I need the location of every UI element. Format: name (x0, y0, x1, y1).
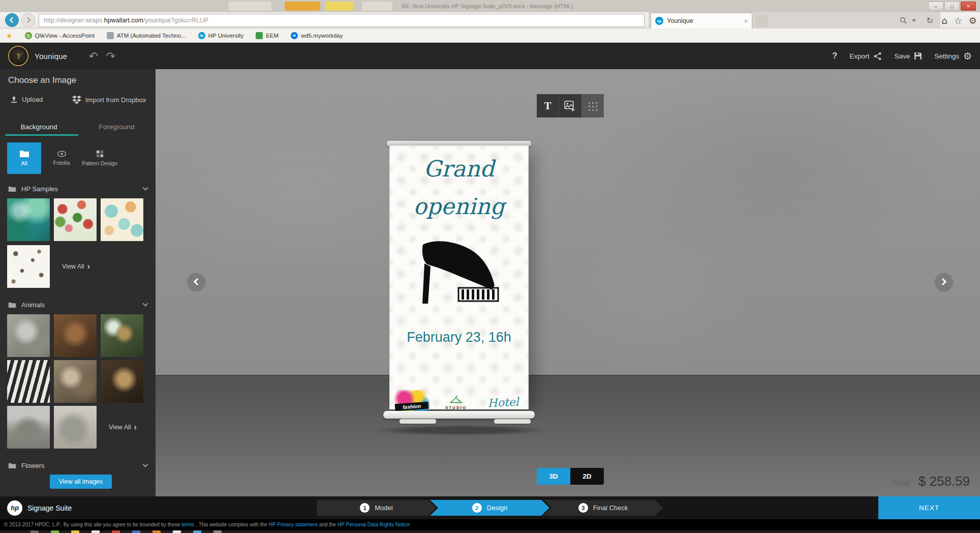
grid-tool-button[interactable] (581, 94, 604, 117)
tab-younique[interactable]: hp Younique × (651, 13, 752, 28)
help-button[interactable]: ? (832, 51, 837, 61)
undo-icon[interactable]: ↶ (88, 50, 98, 63)
favorite-workday[interactable]: w wd5.myworkday (291, 32, 343, 39)
upload-button[interactable]: Upload (10, 96, 43, 103)
section-animals[interactable]: Animals (0, 298, 156, 311)
favorite-label: QlikView - AccessPoint (35, 33, 95, 39)
thumbnail-koala[interactable] (7, 314, 50, 357)
image-tool-button[interactable] (559, 94, 581, 117)
favorite-atm[interactable]: ATM (Automated Techno... (107, 32, 186, 39)
minimize-button[interactable]: – (928, 2, 943, 11)
thumbnail-rhino[interactable] (7, 406, 50, 449)
url-domain: hpwallart.com (104, 17, 143, 24)
view-all-hp-samples[interactable]: View All › (62, 262, 90, 271)
taskbar-icon[interactable] (213, 530, 222, 533)
qlikview-icon: Q (25, 32, 32, 39)
thumbnail-zebra[interactable] (7, 360, 50, 403)
windows-taskbar[interactable] (0, 530, 980, 533)
banner-title-line1[interactable]: Grand (389, 156, 529, 182)
text-tool-label: T (544, 100, 551, 112)
home-icon[interactable]: ⌂ (941, 15, 947, 26)
view-all-animals[interactable]: View All › (109, 423, 137, 432)
save-button[interactable]: Save (894, 52, 922, 60)
taskbar-icon[interactable] (112, 530, 120, 533)
taskbar-icon[interactable] (193, 530, 201, 533)
dropbox-import-button[interactable]: Import from Dropbox (72, 96, 146, 104)
next-button[interactable]: NEXT (878, 496, 980, 519)
banner-date-text[interactable]: February 23, 16h (389, 330, 529, 345)
thumbnail-dots-pattern[interactable] (101, 198, 143, 241)
address-dropdown-icon[interactable] (912, 19, 916, 22)
active-tab-underline (5, 134, 78, 136)
banner-title-line2[interactable]: opening (389, 193, 529, 219)
carousel-right-arrow[interactable] (935, 273, 953, 290)
favorite-label: wd5.myworkday (301, 33, 343, 39)
section-hp-samples[interactable]: HP Samples (0, 182, 156, 195)
banner-design-panel[interactable]: Grand opening February 23, 16h fashion S… (389, 145, 529, 409)
stiletto-shoe-image[interactable] (415, 240, 501, 308)
taskbar-icon[interactable] (152, 530, 161, 533)
taskbar-icon[interactable] (173, 530, 181, 533)
step-design[interactable]: 2 Design (430, 500, 549, 516)
filter-pattern-design[interactable]: Pattern Design (81, 142, 118, 174)
thumbnail-birds-pattern[interactable] (7, 245, 50, 288)
view-all-label: View All (109, 424, 131, 431)
taskbar-icon[interactable] (71, 530, 79, 533)
step-model[interactable]: 1 Model (317, 500, 436, 516)
view-3d-button[interactable]: 3D (537, 468, 570, 485)
data-rights-link[interactable]: HP Personal Data Rights Notice (338, 522, 410, 527)
thumbnail-antelope[interactable] (101, 360, 143, 403)
filter-all[interactable]: All (7, 142, 41, 174)
image-sidebar: Choose an Image Upload Import from Dropb… (0, 69, 156, 496)
thumbnail-abstract-teal[interactable] (7, 198, 50, 241)
tab-foreground[interactable]: Foreground (78, 123, 156, 133)
thumbnail-bear[interactable] (54, 314, 97, 357)
text-tool-button[interactable]: T (537, 94, 559, 117)
view-2d-button[interactable]: 2D (570, 468, 604, 485)
settings-button[interactable]: Settings ⚙ (934, 50, 972, 62)
footer-text: © 2013-2017 HPDC, L.P.. By using this si… (4, 522, 180, 527)
thumbnail-goats[interactable] (54, 360, 97, 403)
export-button[interactable]: Export (849, 52, 882, 61)
step-final-check[interactable]: 3 Final Check (543, 500, 663, 516)
back-button[interactable] (5, 13, 19, 27)
canvas-toolbar: T (537, 94, 604, 117)
thumbnail-deer[interactable] (101, 314, 143, 357)
taskbar-icon[interactable] (30, 530, 39, 533)
hanger-icon (449, 395, 463, 404)
filter-fotolia[interactable]: Fotolia (46, 142, 77, 174)
close-button[interactable]: × (961, 2, 976, 11)
thumbnail-tropical-floral[interactable] (54, 198, 97, 241)
privacy-link[interactable]: HP Privacy statement (269, 522, 318, 527)
refresh-icon[interactable]: ↻ (927, 16, 933, 25)
taskbar-icon[interactable] (51, 530, 59, 533)
favorite-qlikview[interactable]: Q QlikView - AccessPoint (25, 32, 95, 39)
terms-link[interactable]: terms (181, 522, 194, 527)
tab-close-icon[interactable]: × (744, 17, 748, 25)
search-icon[interactable] (900, 17, 907, 24)
carousel-left-arrow[interactable] (188, 273, 205, 290)
forward-button[interactable] (21, 13, 35, 27)
restore-button[interactable]: □ (944, 2, 960, 11)
view-all-images-button[interactable]: View all images (50, 475, 112, 489)
tools-gear-icon[interactable]: ⚙ (969, 15, 977, 26)
section-flowers[interactable]: Flowers (0, 459, 156, 472)
favorite-label: ATM (Automated Techno... (117, 33, 186, 39)
step-label: Final Check (593, 504, 628, 512)
address-bar[interactable]: http://designer.wraps.hpwallart.com/youn… (39, 14, 645, 27)
redo-icon[interactable]: ↷ (106, 50, 115, 63)
background-window-titlebar[interactable]: RE: New University HP Signage Suite_p0V3… (0, 0, 980, 12)
taskbar-icon[interactable] (91, 530, 100, 533)
chevron-right-icon (939, 278, 946, 285)
taskbar-icon[interactable] (132, 530, 140, 533)
share-icon (873, 52, 882, 61)
favorites-icon[interactable]: ☆ (954, 15, 962, 26)
step-label: Design (487, 504, 507, 512)
thumbnail-rhino-calf[interactable] (54, 406, 97, 449)
favorite-eem[interactable]: EEM (256, 32, 279, 39)
tab-background[interactable]: Background (0, 123, 78, 133)
favorites-star-icon[interactable]: ★ (6, 32, 13, 40)
new-tab-button[interactable] (755, 15, 768, 27)
younique-logo: Y (8, 46, 28, 66)
favorite-hp-university[interactable]: hp HP University (198, 32, 243, 39)
